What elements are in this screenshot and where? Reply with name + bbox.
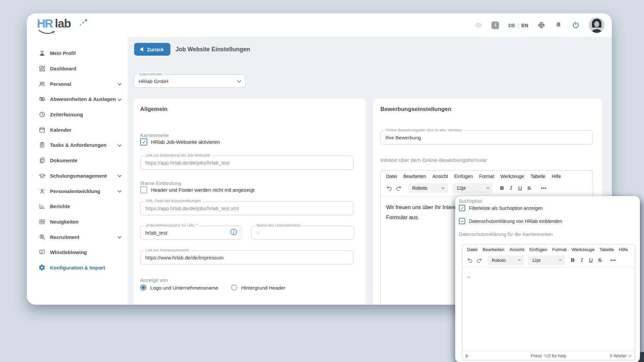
sidebar: Mein Profil Dashboard (27, 37, 127, 305)
dashboard-icon (38, 65, 46, 72)
company-name-field[interactable]: Name des Unternehmens -- (251, 226, 354, 240)
filterleiste-checkbox-row[interactable]: Filterleiste als Suchoption anzeigen (459, 205, 543, 211)
bewerbung-heading: Bewerbungseinstellungen (380, 106, 451, 113)
radio-unselected-icon[interactable] (231, 285, 237, 291)
sidebar-item-neuigkeiten[interactable]: Neuigkeiten (27, 214, 127, 230)
sidebar-item-konfiguration[interactable]: Konfiguration & Import (27, 260, 127, 276)
italic-button[interactable]: I (506, 184, 516, 193)
url-company-name-label: Unternehmensname für URL * (144, 223, 199, 227)
menu-tabelle[interactable]: Tabelle (531, 174, 545, 179)
sidebar-item-mein-profil[interactable]: Mein Profil (27, 46, 127, 61)
checkbox-checked-icon[interactable] (459, 218, 465, 224)
user-icon (38, 50, 46, 57)
preview-eye-icon[interactable] (474, 21, 482, 29)
back-button[interactable]: Zurück (134, 43, 170, 56)
strikethrough-button[interactable]: S (595, 256, 604, 265)
font-family-select[interactable]: Roboto (488, 255, 524, 265)
editor-content[interactable]: -- (462, 268, 635, 286)
sidebar-item-abwesenheiten[interactable]: Abwesenheiten & Auslagen (27, 92, 127, 107)
menu-bearbeiten[interactable]: Bearbeiten (404, 174, 426, 179)
menu-einfuegen[interactable]: Einfügen (529, 247, 547, 252)
resize-grip-icon[interactable] (628, 354, 632, 357)
eye-off-icon (38, 96, 46, 103)
italic-button[interactable]: I (577, 256, 586, 265)
bewerbungstitel-field[interactable]: Online Bewerbungstitel (Nur in alter Ver… (380, 130, 593, 144)
menu-werkzeuge[interactable]: Werkzeuge (500, 174, 524, 179)
checkbox-unchecked-icon[interactable] (140, 186, 147, 193)
sidebar-item-personal[interactable]: Personal (27, 76, 127, 92)
font-size-select[interactable]: 12pt (528, 255, 565, 265)
underline-button[interactable]: U (586, 256, 595, 265)
hrlab-logo[interactable]: HR lab (37, 17, 97, 36)
underline-button[interactable]: U (516, 184, 525, 193)
language-switch[interactable]: DE | EN (508, 22, 528, 28)
toolbar-overflow-icon[interactable]: ••• (610, 258, 616, 263)
company-name-value: -- (256, 230, 260, 236)
menu-bearbeiten[interactable]: Bearbeiten (483, 247, 504, 252)
menu-werkzeuge[interactable]: Werkzeuge (572, 247, 594, 252)
lang-en[interactable]: EN (521, 22, 528, 28)
filterleiste-checkbox-label: Filterleiste als Suchoption anzeigen (469, 205, 543, 211)
sidebar-item-berichte[interactable]: Berichte (27, 199, 127, 214)
lang-de[interactable]: DE (508, 22, 515, 28)
strikethrough-button[interactable]: S (525, 184, 534, 193)
infotext-label: Infotext über dem Online-Bewerbungsformu… (380, 157, 487, 163)
checkbox-checked-icon[interactable] (459, 205, 465, 211)
impressum-link-label: Link zur Impressumsseite (144, 248, 191, 252)
bold-button[interactable]: B (568, 256, 577, 265)
xml-feed-field[interactable]: XML-Feed der Ausschreibungen https://app… (140, 201, 354, 215)
url-company-name-field[interactable]: Unternehmensname für URL * hrlab_test i (140, 226, 241, 240)
radio-logo-row[interactable]: Logo und Unternehmensname (140, 285, 218, 291)
sidebar-item-tasks[interactable]: Tasks & Anforderungen (27, 137, 127, 153)
iframe-checkbox-row[interactable]: Header und Footer werden nicht mit angez… (140, 186, 255, 193)
checkbox-checked-icon[interactable] (140, 138, 147, 145)
font-family-select[interactable]: Roboto (408, 183, 448, 193)
recruitment-search-icon (38, 233, 46, 241)
font-size-select[interactable]: 12pt (452, 183, 493, 193)
notifications-bell-icon[interactable] (554, 21, 562, 29)
editor-statusbar: p Press ⌥0 for help 0 Wörter (462, 351, 635, 360)
gear-icon (38, 264, 46, 271)
menu-ansicht[interactable]: Ansicht (432, 174, 448, 179)
sidebar-item-label: Mein Profil (50, 50, 76, 56)
sidebar-item-zeiterfassung[interactable]: Zeiterfassung (27, 107, 127, 122)
company-select[interactable]: Unternehmen HRlab GmbH (133, 74, 246, 88)
datenschutz-checkbox-row[interactable]: Datenschutzerklärung von HRlab einblende… (459, 218, 562, 224)
menu-datei[interactable]: Datei (386, 174, 397, 179)
radio-header-label: Hintergrund Header (241, 285, 285, 291)
user-avatar[interactable] (589, 17, 604, 33)
undo-icon[interactable] (385, 184, 394, 193)
redo-icon[interactable] (394, 184, 403, 193)
sidebar-item-dokumente[interactable]: Dokumente (27, 153, 127, 168)
info-tooltip-icon[interactable]: i (230, 229, 237, 237)
menu-tabelle[interactable]: Tabelle (599, 247, 614, 252)
menu-format[interactable]: Format (479, 174, 494, 179)
editor-text-line: -- (467, 272, 630, 282)
radio-selected-icon[interactable] (140, 285, 146, 291)
sidebar-item-recruitment[interactable]: Recruitment (27, 229, 127, 245)
radio-header-row[interactable]: Hintergrund Header (231, 285, 285, 291)
impressum-link-field[interactable]: Link zur Impressumsseite https://www.hrl… (140, 250, 354, 264)
activate-website-checkbox-label: HRlab Job-Webseite aktivieren (151, 139, 220, 145)
menu-hilfe[interactable]: Hilfe (552, 174, 561, 179)
activate-website-checkbox-row[interactable]: HRlab Job-Webseite aktivieren (140, 138, 220, 145)
sidebar-item-dashboard[interactable]: Dashboard (27, 61, 127, 76)
logout-power-icon[interactable] (572, 21, 580, 29)
job-website-link-field[interactable]: Link zur Einbindung der Job Webseite htt… (140, 156, 354, 170)
sidebar-item-whistleblowing[interactable]: Whistleblowing (27, 245, 127, 260)
sidebar-item-personalentwicklung[interactable]: Personalentwicklung (27, 183, 127, 199)
sidebar-item-kalender[interactable]: Kalender (27, 122, 127, 137)
menu-datei[interactable]: Datei (467, 247, 478, 252)
print-icon[interactable] (537, 21, 545, 29)
people-icon (38, 80, 46, 87)
redo-icon[interactable] (475, 256, 484, 265)
menu-einfuegen[interactable]: Einfügen (454, 174, 473, 179)
menu-ansicht[interactable]: Ansicht (509, 247, 524, 252)
menu-hilfe[interactable]: Hilfe (619, 247, 628, 252)
menu-format[interactable]: Format (552, 247, 567, 252)
info-icon[interactable]: i (491, 21, 499, 29)
toolbar-overflow-icon[interactable]: ••• (541, 186, 547, 191)
bold-button[interactable]: B (497, 184, 506, 193)
undo-icon[interactable] (466, 256, 475, 265)
sidebar-item-schulungsmanagement[interactable]: Schulungsmanagement (27, 168, 127, 184)
